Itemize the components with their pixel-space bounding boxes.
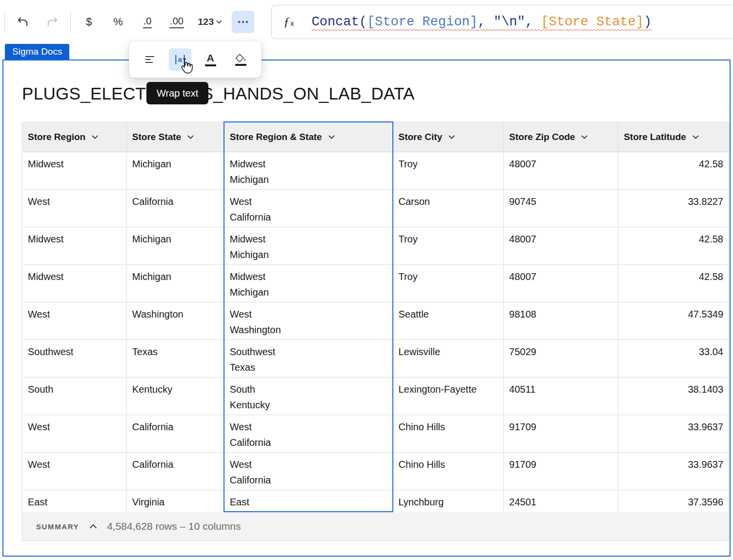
column-header-store-region[interactable]: Store Region: [22, 122, 127, 152]
cell[interactable]: Chino Hills: [393, 453, 504, 490]
number-format-button[interactable]: 123: [195, 11, 225, 33]
cell[interactable]: 33.9637: [618, 415, 729, 453]
cell[interactable]: Carson: [393, 190, 504, 227]
formula-bar[interactable]: ƒx Concat([Store Region], "\n", [Store S…: [271, 5, 733, 39]
cell[interactable]: 48007: [504, 227, 618, 265]
cell[interactable]: California: [127, 453, 224, 490]
percent-format-button[interactable]: %: [107, 11, 129, 33]
cell[interactable]: West: [22, 453, 127, 490]
cell[interactable]: WestCalifornia: [224, 415, 393, 453]
column-header-store-state[interactable]: Store State: [127, 122, 224, 152]
format-popup: a A: [129, 41, 262, 78]
cell[interactable]: West: [22, 302, 127, 340]
cell[interactable]: MidwestMichigan: [224, 227, 393, 265]
cell[interactable]: MidwestMichigan: [224, 265, 393, 302]
column-header-store-zip-code[interactable]: Store Zip Code: [504, 122, 618, 152]
cell[interactable]: West: [22, 190, 127, 227]
cell[interactable]: Chino Hills: [393, 415, 504, 453]
cell[interactable]: MidwestMichigan: [224, 152, 393, 190]
cell[interactable]: Michigan: [127, 227, 224, 265]
cell[interactable]: 24501: [504, 490, 618, 512]
cell[interactable]: 48007: [504, 265, 618, 302]
cell[interactable]: 40511: [504, 378, 618, 415]
align-button[interactable]: [139, 48, 161, 71]
fill-color-button[interactable]: [229, 48, 252, 71]
cell[interactable]: California: [127, 415, 224, 453]
cell[interactable]: California: [127, 190, 224, 227]
cell[interactable]: WestWashington: [224, 302, 393, 340]
cell[interactable]: 75029: [504, 340, 618, 378]
cell[interactable]: Southwest: [22, 340, 127, 378]
cell[interactable]: Kentucky: [127, 378, 224, 415]
chevron-down-icon: [92, 135, 98, 139]
page-title[interactable]: PLUGS_ELECTRONICS_HANDS_ON_LAB_DATA: [22, 84, 415, 103]
cell[interactable]: 48007: [504, 152, 618, 190]
cell[interactable]: Troy: [393, 152, 504, 190]
more-formats-button[interactable]: [232, 11, 254, 33]
currency-format-button[interactable]: $: [78, 11, 100, 33]
table-row: MidwestMichiganMidwestMichiganTroy480074…: [22, 152, 729, 190]
sigma-docs-badge[interactable]: Sigma Docs: [5, 44, 69, 60]
cell[interactable]: Seattle: [393, 302, 504, 340]
cell[interactable]: WestCalifornia: [224, 190, 393, 227]
cell[interactable]: Texas: [127, 340, 224, 378]
cell[interactable]: 91709: [504, 453, 618, 490]
cell[interactable]: 42.58: [618, 227, 729, 265]
cell-text: South: [28, 381, 121, 397]
cell[interactable]: SouthwestTexas: [224, 340, 393, 378]
cell-text: Chino Hills: [398, 419, 498, 435]
cell[interactable]: Lexington-Fayette: [393, 378, 504, 415]
cell-text: 37.3596: [624, 494, 723, 510]
cell[interactable]: Midwest: [22, 265, 127, 302]
cell[interactable]: 37.3596: [618, 490, 729, 512]
decrease-decimal-button[interactable]: .0: [136, 11, 159, 33]
cell[interactable]: SouthKentucky: [224, 378, 393, 415]
cell-text: 33.9637: [624, 419, 723, 435]
cell-text: 24501: [509, 494, 612, 510]
cell[interactable]: Troy: [393, 227, 504, 265]
collapse-summary-button[interactable]: [87, 522, 99, 531]
cell[interactable]: WestCalifornia: [224, 453, 393, 490]
redo-button[interactable]: [41, 11, 63, 33]
cell[interactable]: 33.04: [618, 340, 729, 378]
cell[interactable]: 38.1403: [618, 378, 729, 415]
formula-text[interactable]: Concat([Store Region], "\n", [Store Stat…: [312, 15, 652, 29]
cell[interactable]: South: [22, 378, 127, 415]
cell[interactable]: 90745: [504, 190, 618, 227]
cell-text: California: [132, 419, 219, 435]
cell[interactable]: Michigan: [127, 152, 224, 190]
cell[interactable]: Washington: [127, 302, 224, 340]
cell[interactable]: Troy: [393, 265, 504, 302]
cell-text: Carson: [398, 194, 498, 209]
column-header-store-city[interactable]: Store City: [393, 122, 504, 152]
cell[interactable]: Virginia: [127, 490, 224, 512]
cell[interactable]: East: [224, 490, 393, 512]
column-header-store-region-state[interactable]: Store Region & State: [224, 122, 393, 152]
cell[interactable]: Midwest: [22, 152, 127, 190]
cell[interactable]: 98108: [504, 302, 618, 340]
cell[interactable]: 33.9637: [618, 453, 729, 490]
undo-button[interactable]: [12, 11, 34, 33]
top-toolbar: $ % .0 .00 123 ƒx Concat([Store Region],…: [0, 0, 733, 44]
increase-decimal-button[interactable]: .00: [165, 11, 188, 33]
chevron-down-icon: [328, 135, 335, 139]
text-color-button[interactable]: A: [199, 48, 222, 71]
cell-text: 90745: [509, 194, 612, 209]
cell[interactable]: Midwest: [22, 227, 127, 265]
column-header-store-latitude[interactable]: Store Latitude: [618, 122, 729, 152]
cell-text: West: [28, 457, 121, 472]
cell[interactable]: Lynchburg: [393, 490, 504, 512]
cell[interactable]: 42.58: [618, 152, 729, 190]
cell[interactable]: 91709: [504, 415, 618, 453]
cell-text: East: [28, 494, 121, 510]
wrap-text-tooltip: Wrap text: [146, 82, 208, 104]
cell[interactable]: Michigan: [127, 265, 224, 302]
cell[interactable]: 33.8227: [618, 190, 729, 227]
cell[interactable]: Lewisville: [393, 340, 504, 378]
cell-text: Midwest: [230, 269, 387, 284]
cell[interactable]: 42.58: [618, 265, 729, 302]
cell[interactable]: East: [22, 490, 127, 512]
cell[interactable]: West: [22, 415, 127, 453]
cell[interactable]: 47.5349: [618, 302, 729, 340]
table-row: WestCaliforniaWestCaliforniaChino Hills9…: [22, 415, 729, 453]
